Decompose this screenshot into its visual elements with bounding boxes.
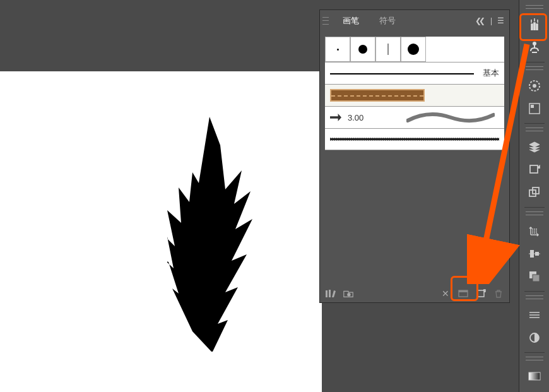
color-dock-icon[interactable]: [522, 75, 547, 97]
svg-point-12: [532, 229, 533, 230]
svg-point-0: [347, 293, 350, 296]
svg-point-20: [536, 232, 537, 234]
artboards-dock-icon[interactable]: [522, 159, 547, 181]
svg-point-16: [534, 230, 535, 232]
calligraphic-nib-icon: [330, 114, 341, 121]
swatches-dock-icon[interactable]: [522, 98, 547, 119]
svg-point-15: [532, 230, 533, 232]
stroke-dock-icon[interactable]: [522, 304, 547, 326]
brush-thumbnails-row: [325, 37, 504, 62]
delete-brush-icon[interactable]: [493, 288, 504, 299]
calligraphic-value: 3.00: [348, 113, 363, 122]
svg-point-4: [533, 42, 536, 45]
dock-drag-handle-6[interactable]: [526, 357, 543, 360]
dock-drag-handle-2[interactable]: [526, 66, 543, 70]
highlight-brushes-dock: [519, 13, 547, 41]
right-dock: [519, 0, 549, 392]
brushes-panel: 画笔 符号 ❯❯ | ☰ 基本 3.00: [319, 9, 510, 303]
canvas[interactable]: [0, 71, 322, 392]
brush-thumb-large[interactable]: [401, 37, 426, 62]
tab-brushes[interactable]: 画笔: [333, 11, 369, 30]
brush-thumb-tiny[interactable]: [325, 37, 350, 62]
calligraphic-stroke-preview: [406, 111, 495, 124]
panel-drag-handle[interactable]: [322, 16, 329, 26]
svg-point-19: [534, 232, 535, 234]
transparency-dock-icon[interactable]: [522, 327, 547, 348]
brush-pattern-row[interactable]: [325, 84, 504, 106]
svg-point-13: [534, 229, 535, 230]
svg-rect-9: [530, 165, 538, 173]
svg-point-18: [532, 232, 533, 234]
basic-stroke-preview: [330, 73, 474, 74]
tab-symbols[interactable]: 符号: [369, 11, 406, 30]
panel-tabs: 画笔 符号 ❯❯ | ☰: [320, 10, 509, 32]
gradient-dock-icon[interactable]: [522, 365, 547, 387]
charcoal-stroke-preview: [330, 138, 499, 140]
brush-basic-row[interactable]: 基本: [325, 62, 504, 84]
layers-dock-icon[interactable]: [522, 136, 547, 158]
panel-collapse-icon[interactable]: ❯❯: [478, 16, 485, 25]
brush-list: 基本 3.00: [325, 37, 504, 150]
dock-drag-handle-5[interactable]: [526, 295, 543, 299]
brush-thumb-medium[interactable]: [350, 37, 375, 62]
panel-menu-icon[interactable]: ☰: [497, 16, 504, 25]
dock-drag-handle-4[interactable]: [526, 211, 543, 215]
dock-drag-handle-3[interactable]: [526, 128, 543, 131]
brush-charcoal-row[interactable]: [325, 128, 504, 150]
svg-point-17: [536, 230, 537, 232]
panel-footer: ✕: [320, 285, 509, 302]
leaf-artwork: [167, 117, 265, 357]
svg-rect-8: [531, 105, 534, 108]
svg-point-14: [536, 229, 537, 230]
pattern-brush-preview: [330, 89, 425, 102]
basic-label: 基本: [483, 68, 499, 79]
asset-export-dock-icon[interactable]: [522, 182, 547, 203]
highlight-new-brush: [451, 276, 478, 301]
transform-dock-icon[interactable]: [522, 220, 547, 242]
brush-libraries-icon[interactable]: [325, 288, 336, 299]
panel-divider: |: [490, 16, 492, 25]
pathfinder-dock-icon[interactable]: [522, 266, 547, 287]
svg-point-6: [533, 84, 536, 88]
dock-drag-handle[interactable]: [526, 5, 543, 9]
brush-thumb-thin[interactable]: [375, 37, 401, 62]
brush-calligraphic-row[interactable]: 3.00: [325, 106, 504, 128]
remove-stroke-icon[interactable]: ✕: [440, 288, 451, 299]
svg-rect-30: [529, 372, 540, 380]
svg-rect-25: [533, 275, 540, 282]
libraries-cloud-icon[interactable]: [343, 288, 354, 299]
align-dock-icon[interactable]: [522, 243, 547, 264]
